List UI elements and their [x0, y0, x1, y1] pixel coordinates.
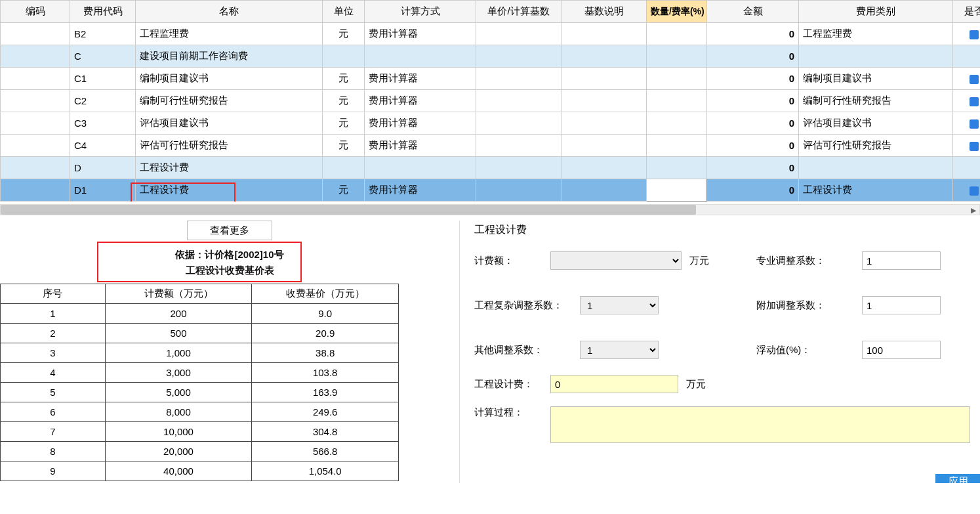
cell[interactable]: [647, 23, 707, 45]
col-unit-base[interactable]: 单价/计算基数: [476, 1, 561, 23]
cell[interactable]: 费用计算器: [365, 179, 476, 202]
cell[interactable]: [647, 157, 707, 179]
other-coef-select[interactable]: 1: [580, 341, 659, 359]
cell[interactable]: [1, 45, 70, 68]
col-unit[interactable]: 单位: [323, 1, 365, 23]
cell[interactable]: [476, 23, 561, 45]
col-calc-method[interactable]: 计算方式: [365, 1, 476, 23]
cell[interactable]: [323, 157, 365, 179]
checkbox-icon[interactable]: [970, 186, 979, 196]
cell[interactable]: C1: [70, 68, 136, 90]
cell[interactable]: D1: [70, 179, 136, 202]
cell[interactable]: [1, 157, 70, 179]
calc-process-textarea[interactable]: [550, 406, 970, 443]
cell[interactable]: [953, 112, 981, 135]
cell[interactable]: [647, 90, 707, 112]
checkbox-icon[interactable]: [970, 142, 979, 151]
cell[interactable]: C4: [70, 135, 136, 157]
cell[interactable]: 0: [707, 45, 799, 68]
table-row[interactable]: C1编制项目建议书元费用计算器0编制项目建议书: [1, 68, 981, 90]
design-fee-input[interactable]: [550, 375, 678, 393]
cell[interactable]: [561, 90, 647, 112]
col-base-desc[interactable]: 基数说明: [561, 1, 647, 23]
cell[interactable]: 工程监理费: [136, 23, 323, 45]
cell[interactable]: C: [70, 45, 136, 68]
cell[interactable]: [476, 157, 561, 179]
cell[interactable]: 编制可行性研究报告: [136, 90, 323, 112]
cell[interactable]: 费用计算器: [365, 23, 476, 45]
apply-button[interactable]: 应用: [935, 474, 980, 483]
cell[interactable]: [953, 45, 981, 68]
cell[interactable]: [799, 45, 953, 68]
cell[interactable]: 0: [707, 68, 799, 90]
cell[interactable]: 编制项目建议书: [799, 68, 953, 90]
cell[interactable]: 工程设计费: [799, 179, 953, 202]
col-fee-code[interactable]: 费用代码: [70, 1, 136, 23]
cell[interactable]: 费用计算器: [365, 90, 476, 112]
cell[interactable]: C3: [70, 112, 136, 135]
cell[interactable]: [561, 112, 647, 135]
cell[interactable]: 0: [707, 135, 799, 157]
cell[interactable]: 工程设计费: [136, 179, 323, 202]
cell[interactable]: 编制可行性研究报告: [799, 90, 953, 112]
pro-coef-input[interactable]: [862, 251, 941, 270]
cell[interactable]: [561, 157, 647, 179]
cell[interactable]: [953, 23, 981, 45]
cell[interactable]: 建设项目前期工作咨询费: [136, 45, 323, 68]
cell[interactable]: [561, 23, 647, 45]
cell[interactable]: [1, 179, 70, 202]
table-row[interactable]: C3评估项目建议书元费用计算器0评估项目建议书: [1, 112, 981, 135]
cell[interactable]: 评估项目建议书: [136, 112, 323, 135]
cell[interactable]: [365, 157, 476, 179]
cell[interactable]: 费用计算器: [365, 68, 476, 90]
cell[interactable]: [799, 157, 953, 179]
cell[interactable]: 编制项目建议书: [136, 68, 323, 90]
cell[interactable]: 评估可行性研究报告: [136, 135, 323, 157]
main-fee-table[interactable]: 编码 费用代码 名称 单位 计算方式 单价/计算基数 基数说明 数量/费率(%)…: [0, 0, 980, 202]
cell[interactable]: D: [70, 157, 136, 179]
cell[interactable]: [1, 135, 70, 157]
cell[interactable]: [561, 45, 647, 68]
cell[interactable]: [953, 157, 981, 179]
scroll-right-arrow-icon[interactable]: ▶: [969, 205, 978, 215]
cell[interactable]: 0: [707, 23, 799, 45]
cell[interactable]: 元: [323, 112, 365, 135]
table-row[interactable]: C4评估可行性研究报告元费用计算器0评估可行性研究报告: [1, 135, 981, 157]
cell[interactable]: B2: [70, 23, 136, 45]
cell[interactable]: [647, 112, 707, 135]
cell[interactable]: 工程监理费: [799, 23, 953, 45]
cell[interactable]: [476, 45, 561, 68]
cell[interactable]: [953, 68, 981, 90]
cell[interactable]: 元: [323, 68, 365, 90]
cell[interactable]: C2: [70, 90, 136, 112]
cell[interactable]: [561, 179, 647, 202]
cell[interactable]: [647, 45, 707, 68]
col-name[interactable]: 名称: [136, 1, 323, 23]
add-coef-input[interactable]: [862, 296, 941, 314]
table-row[interactable]: B2工程监理费元费用计算器0工程监理费: [1, 23, 981, 45]
col-qty-rate[interactable]: 数量/费率(%): [647, 1, 707, 23]
float-val-input[interactable]: [862, 341, 941, 359]
cell[interactable]: [953, 90, 981, 112]
cell[interactable]: [476, 135, 561, 157]
cell[interactable]: 费用计算器: [365, 135, 476, 157]
cell[interactable]: [647, 68, 707, 90]
cell[interactable]: [561, 135, 647, 157]
fee-amount-select[interactable]: [550, 251, 682, 270]
cell[interactable]: 元: [323, 90, 365, 112]
cell[interactable]: [1, 90, 70, 112]
cell[interactable]: [476, 179, 561, 202]
table-row[interactable]: D工程设计费0: [1, 157, 981, 179]
table-row[interactable]: D1工程设计费元费用计算器0工程设计费: [1, 179, 981, 202]
cell[interactable]: [561, 68, 647, 90]
cell[interactable]: [1, 112, 70, 135]
view-more-button[interactable]: 查看更多: [187, 221, 272, 240]
cell[interactable]: [323, 45, 365, 68]
checkbox-icon[interactable]: [970, 97, 979, 106]
cell[interactable]: 元: [323, 135, 365, 157]
cell[interactable]: [953, 135, 981, 157]
horizontal-scrollbar[interactable]: ▶: [0, 204, 980, 215]
cell[interactable]: 0: [707, 179, 799, 202]
col-code[interactable]: 编码: [1, 1, 70, 23]
col-is-flag[interactable]: 是否: [953, 1, 981, 23]
